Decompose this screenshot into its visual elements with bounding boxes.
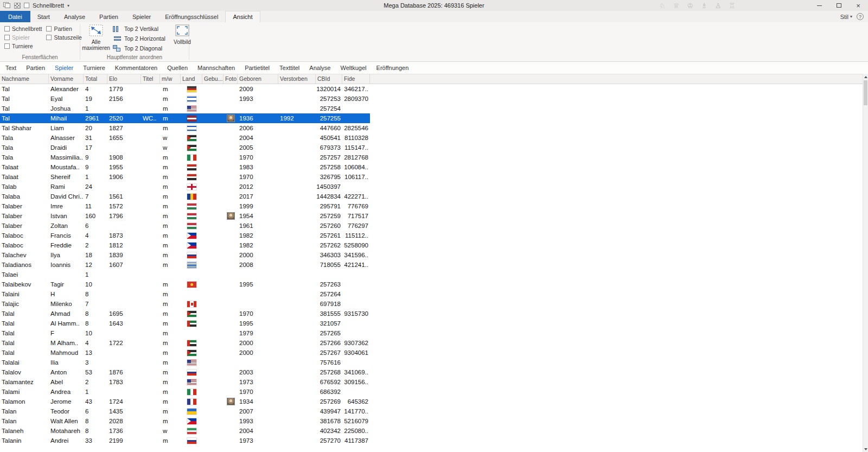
table-row[interactable]: TalalMahmoud13m20002572679304061 [0,348,868,358]
table-row[interactable]: TalaninAndrei332199m19732572704117387 [0,436,868,445]
column-header-land[interactable]: Land [181,74,202,84]
table-row[interactable]: TalaatShereif11906m1970326795106117.. [0,172,868,182]
view-tab-texttitel[interactable]: Texttitel [275,65,304,71]
checkbox-schnellbrett[interactable]: Schnellbrett [4,26,42,31]
scrollbar-thumb[interactable] [864,80,867,105]
table-row[interactable]: TalaberImre111572m1999295791776769 [0,201,868,211]
table-row[interactable]: TalJoshua1m257254 [0,104,868,113]
column-header-mw[interactable]: m/w [160,74,181,84]
quickaccess-schnellbrett-checkbox[interactable] [24,3,29,8]
app-icon[interactable] [3,2,11,9]
table-row[interactable]: TalaMassimilia..91908m19702572572812768 [0,152,868,162]
table-row[interactable]: TalaberZoltan6m1961257260776297 [0,221,868,231]
table-row[interactable]: TalabaDavid Chri..71561m2017144283442227… [0,192,868,201]
table-row[interactable]: TalamantezAbel21783m1973676592309156.. [0,377,868,387]
view-tab-analyse[interactable]: Analyse [304,65,335,71]
ribbon-tab-ansicht[interactable]: Ansicht [225,11,260,22]
ribbon-tab-eröffnungsschlüssel[interactable]: Eröffnungsschlüssel [158,11,225,22]
chessboard-icon[interactable] [14,3,21,9]
view-tab-mannschaften[interactable]: Mannschaften [193,65,240,71]
stil-dropdown[interactable]: Stil ▾ [840,14,852,20]
view-tab-partietitel[interactable]: Partietitel [240,65,275,71]
cell-nachname: Talamon [0,397,49,406]
ribbon-tab-datei[interactable]: Datei [0,11,30,22]
ribbon-tab-analyse[interactable]: Analyse [57,11,92,22]
checkbox-partien[interactable]: Partien [46,26,81,31]
table-row[interactable]: TalabocFrancis41873m1982257261115112.. [0,231,868,240]
close-button[interactable]: × [848,0,868,11]
view-tab-quellen[interactable]: Quellen [162,65,193,71]
table-row[interactable]: TalabocFreddie21812m19822572625258090 [0,240,868,250]
view-tab-kommentatoren[interactable]: Kommentatoren [110,65,162,71]
table-row[interactable]: TalalF10m1979257265 [0,328,868,338]
top2-vertikal-button[interactable]: Top 2 Vertikal [112,24,167,34]
column-header-cbid[interactable]: CBId [316,74,342,84]
vollbild-button[interactable]: Vollbild [169,24,196,45]
table-row[interactable]: TalAlexander41779m20091320014346217.. [0,84,868,94]
table-row[interactable]: TalamiAndrea1m1970686392 [0,387,868,397]
top2-diagonal-button[interactable]: Top 2 Diagonal [112,43,167,53]
table-row[interactable]: TalaibekovTagir10m1995257263 [0,279,868,289]
cell-fide: 341596.. [342,250,370,260]
checkbox-statuszeile[interactable]: Statuszeile [46,34,81,40]
table-row[interactable]: TalalM Alham..41722m20002572669307362 [0,338,868,348]
table-row[interactable]: TalaatMoustafa..91955m1983257258106084.. [0,162,868,172]
scroll-down-button[interactable] [863,446,868,452]
view-tab-turniere[interactable]: Turniere [78,65,110,71]
table-row[interactable]: TalalaiIlia3m757616 [0,358,868,367]
ribbon-tab-spieler[interactable]: Spieler [125,11,158,22]
view-tab-partien[interactable]: Partien [21,65,50,71]
ribbon-tab-start[interactable]: Start [30,11,57,22]
cell-nachname: Talaini [0,289,49,299]
column-header-total[interactable]: Total [84,74,107,84]
scroll-up-button[interactable] [863,74,868,80]
table-row[interactable]: TalainiH8m257264 [0,289,868,299]
column-header-nachname[interactable]: Nachname [0,74,49,84]
table-row[interactable]: TalamonJerome431724m1934257269645362 [0,397,868,406]
table-row[interactable]: TalachevIlya181839m2000346303341596.. [0,250,868,260]
table-row[interactable]: TalMihail29612520WC..m19361992257255 [0,113,868,123]
quickaccess-dropdown-icon[interactable]: ▾ [67,3,69,8]
table-row[interactable]: TalaDraidi17w2005679373115147.. [0,143,868,152]
cell-mw: m [160,104,181,113]
column-header-gebu[interactable]: Gebu... [202,74,224,84]
checkbox-box [4,43,10,49]
table-row[interactable]: TaladianosIoannis121607m2008718055421241… [0,260,868,270]
column-header-elo[interactable]: Elo [107,74,141,84]
column-header-verstorben[interactable]: Verstorben [278,74,316,84]
maximize-button[interactable] [829,0,848,11]
column-header-fide[interactable]: Fide [342,74,370,84]
ribbon-tab-partien[interactable]: Partien [92,11,125,22]
cell-mw: m [160,211,181,221]
column-header-vorname[interactable]: Vorname [49,74,84,84]
column-header-titel[interactable]: Titel [141,74,160,84]
cell-vorname: H [49,289,84,299]
table-row[interactable]: TalanWalt Allen82028m19933816785216079 [0,416,868,426]
view-tab-weltkugel[interactable]: Weltkugel [335,65,371,71]
view-tab-eröffnungen[interactable]: Eröffnungen [372,65,414,71]
table-row[interactable]: TalalAhmad81695m19703815559315730 [0,309,868,319]
table-row[interactable]: TalEyal192156m19932572532809370 [0,94,868,104]
table-row[interactable]: TalabRami24m20121450397 [0,182,868,192]
column-header-geboren[interactable]: Geboren [238,74,278,84]
cell-elo: 2156 [107,94,141,104]
table-row[interactable]: TalajicMilenko7m697918 [0,299,868,309]
column-header-foto[interactable]: Foto [224,74,238,84]
table-row[interactable]: Talaei1 [0,270,868,279]
vertical-scrollbar[interactable] [863,74,868,452]
table-row[interactable]: TalalAl Hamm..81643m1995321057 [0,319,868,328]
table-row[interactable]: Tal ShaharLiam201827m20064476602825546 [0,123,868,133]
alle-maximieren-button[interactable]: Alle maximieren [82,24,110,51]
table-row[interactable]: TalanTeodor61435m2007439947141770.. [0,406,868,416]
table-row[interactable]: TalaberIstvan1601796m1954257259717517 [0,211,868,221]
checkbox-turniere[interactable]: Turniere [4,43,42,49]
top2-horizontal-button[interactable]: Top 2 Horizontal [112,34,167,43]
minimize-button[interactable] [809,0,829,11]
cell-gebu [202,104,224,113]
help-icon[interactable]: ? [857,13,864,20]
table-row[interactable]: TalaAlnasser311655w20044505418110328 [0,133,868,143]
table-row[interactable]: TalanehMotahareh81736w2004402342225080.. [0,426,868,436]
table-row[interactable]: TalalovAnton531876m2003257268341069.. [0,367,868,377]
view-tab-spieler[interactable]: Spieler [50,65,78,71]
view-tab-text[interactable]: Text [1,65,21,71]
